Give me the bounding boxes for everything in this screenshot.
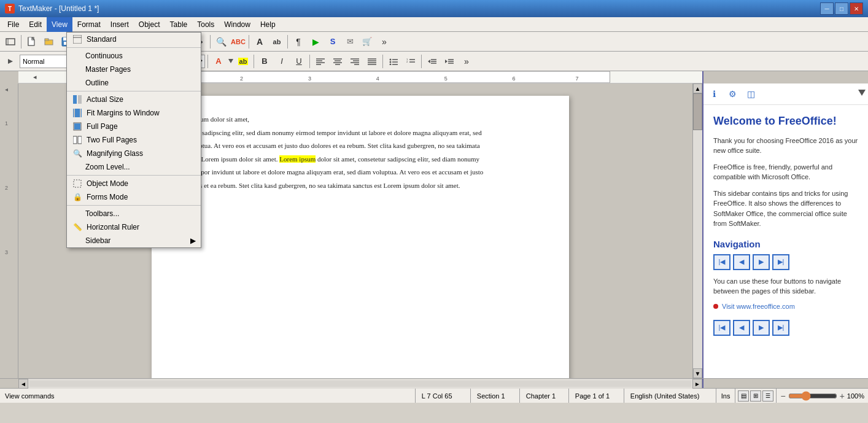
font-color-button[interactable]: A bbox=[211, 54, 227, 69]
visit-link[interactable]: Visit www.freeoffice.com bbox=[722, 303, 795, 310]
bold-button[interactable]: B bbox=[257, 54, 273, 69]
menu-item-sidebar[interactable]: Sidebar ▶ bbox=[67, 234, 201, 247]
nav-next-button[interactable]: ▶ bbox=[753, 254, 770, 270]
menu-item-two-full-pages[interactable]: Two Full Pages bbox=[67, 133, 201, 147]
sidebar-info-button[interactable]: ℹ bbox=[706, 86, 722, 102]
scroll-up-button[interactable]: ▲ bbox=[693, 83, 702, 93]
menu-item-standard[interactable]: Standard bbox=[67, 33, 201, 46]
nav-first-button[interactable]: |◀ bbox=[713, 254, 730, 270]
menu-item-zoom-level[interactable]: Zoom Level... bbox=[67, 160, 201, 174]
spell-check-button[interactable]: ABC bbox=[230, 34, 246, 50]
horizontal-scrollbar[interactable]: ◄ ► bbox=[18, 379, 702, 389]
collapse-arrow[interactable]: ◂ bbox=[5, 86, 8, 93]
numbered-list-button[interactable]: 1.2. bbox=[403, 54, 419, 69]
view-grid-icon[interactable]: ⊞ bbox=[750, 390, 761, 402]
app-title: TextMaker - [Untitled 1 *] bbox=[18, 4, 820, 13]
sidebar-nav2-first[interactable]: |◀ bbox=[713, 320, 730, 336]
zoom-slider[interactable] bbox=[788, 391, 837, 401]
app-icon: T bbox=[5, 4, 15, 14]
scroll-down-button[interactable]: ▼ bbox=[693, 368, 702, 378]
zoom-increase-icon[interactable]: + bbox=[840, 391, 845, 401]
style-arrow-button[interactable] bbox=[2, 53, 18, 69]
menu-item-actual-size[interactable]: Actual Size bbox=[67, 93, 201, 106]
menu-item-fit-margins[interactable]: Fit Margins to Window bbox=[67, 106, 201, 120]
menu-file[interactable]: File bbox=[2, 17, 24, 32]
more-format-button[interactable]: » bbox=[459, 53, 475, 69]
menu-help[interactable]: Help bbox=[255, 17, 281, 32]
softmaker-button[interactable]: S bbox=[325, 34, 341, 50]
svg-rect-71 bbox=[74, 180, 81, 187]
scroll-left-button[interactable]: ◄ bbox=[18, 379, 28, 389]
menu-item-horizontal-ruler[interactable]: 📏 Horizontal Ruler bbox=[67, 220, 201, 234]
full-page-icon bbox=[72, 122, 83, 131]
align-left-button[interactable] bbox=[312, 54, 328, 69]
menu-tools[interactable]: Tools bbox=[192, 17, 219, 32]
format-text-button[interactable]: A bbox=[252, 34, 268, 50]
menu-insert[interactable]: Insert bbox=[106, 17, 134, 32]
sidebar-content: Welcome to FreeOffice! Thank you for cho… bbox=[703, 105, 868, 378]
menu-window[interactable]: Window bbox=[219, 17, 255, 32]
new-button[interactable] bbox=[24, 34, 40, 50]
sidebar-dropdown-arrow[interactable] bbox=[858, 90, 866, 97]
menu-format[interactable]: Format bbox=[72, 17, 106, 32]
menu-table[interactable]: Table bbox=[165, 17, 193, 32]
menu-edit[interactable]: Edit bbox=[24, 17, 47, 32]
minimize-button[interactable]: ─ bbox=[820, 2, 834, 15]
underline-button[interactable]: U bbox=[291, 54, 307, 69]
paragraph-marks-button[interactable]: ¶ bbox=[290, 34, 306, 50]
sidebar-nav2-last[interactable]: ▶| bbox=[772, 320, 789, 336]
view-outline-icon[interactable]: ☰ bbox=[762, 390, 773, 402]
bullet-list-button[interactable] bbox=[386, 54, 401, 69]
svg-rect-65 bbox=[74, 109, 75, 117]
extra-button1[interactable]: ✉ bbox=[342, 34, 358, 50]
menu-view[interactable]: View bbox=[47, 17, 72, 32]
highlight-button[interactable]: ab bbox=[235, 54, 251, 69]
menu-item-master-pages[interactable]: Master Pages bbox=[67, 63, 201, 76]
menu-item-toolbars[interactable]: Toolbars... bbox=[67, 207, 201, 220]
menu-item-full-page[interactable]: Full Page bbox=[67, 120, 201, 133]
text-highlight-button[interactable]: ab bbox=[269, 34, 285, 50]
two-pages-icon bbox=[72, 136, 83, 144]
menu-item-continuous[interactable]: Continuous bbox=[67, 49, 201, 63]
close-button[interactable]: ✕ bbox=[850, 2, 863, 15]
align-right-button[interactable] bbox=[347, 54, 363, 69]
scroll-thumb[interactable] bbox=[693, 93, 702, 130]
sidebar-panel-button[interactable]: ◫ bbox=[743, 86, 759, 102]
zoom-decrease-icon[interactable]: − bbox=[780, 391, 785, 401]
svg-rect-66 bbox=[80, 109, 81, 117]
menu-item-magnifying-glass[interactable]: 🔍 Magnifying Glass bbox=[67, 147, 201, 160]
sidebar-nav-buttons: |◀ ◀ ▶ ▶| bbox=[713, 254, 858, 270]
start-button[interactable]: ▶ bbox=[308, 34, 324, 50]
increase-indent-button[interactable] bbox=[441, 54, 457, 69]
more-button[interactable]: » bbox=[376, 34, 392, 50]
sidebar-settings-button[interactable]: ⚙ bbox=[724, 86, 740, 102]
status-text: View commands bbox=[0, 389, 416, 403]
right-sidebar: ℹ ⚙ ◫ Welcome to FreeOffice! Thank you f… bbox=[702, 83, 868, 378]
menu-item-forms-mode[interactable]: 🔒 Forms Mode bbox=[67, 190, 201, 204]
menu-item-object-mode[interactable]: Object Mode bbox=[67, 177, 201, 190]
doc-text-6: od tempor invidunt ut labore et dolore m… bbox=[182, 167, 538, 178]
scroll-right-button[interactable]: ► bbox=[692, 379, 702, 389]
sidebar-nav2-prev[interactable]: ◀ bbox=[733, 320, 750, 336]
open-button[interactable] bbox=[41, 34, 57, 50]
object-mode-icon bbox=[72, 179, 83, 188]
maximize-button[interactable]: □ bbox=[835, 2, 848, 15]
nav-last-button[interactable]: ▶| bbox=[772, 254, 789, 270]
svg-point-32 bbox=[390, 58, 392, 60]
view-normal-icon[interactable]: ▤ bbox=[738, 390, 749, 402]
menu-object[interactable]: Object bbox=[134, 17, 165, 32]
extra-button2[interactable]: 🛒 bbox=[359, 34, 375, 50]
sidebar-nav2-next[interactable]: ▶ bbox=[753, 320, 770, 336]
align-center-button[interactable] bbox=[330, 54, 346, 69]
justify-button[interactable] bbox=[364, 54, 380, 69]
status-insert-mode: Ins bbox=[716, 389, 736, 403]
italic-button[interactable]: I bbox=[274, 54, 290, 69]
menu-item-outline[interactable]: Outline bbox=[67, 76, 201, 90]
font-color-arrow[interactable] bbox=[228, 53, 234, 69]
sidebar-nav-title: Navigation bbox=[713, 239, 858, 249]
vertical-scrollbar[interactable]: ▲ ▼ bbox=[692, 83, 702, 378]
find-button[interactable]: 🔍 bbox=[213, 34, 229, 50]
decrease-indent-button[interactable] bbox=[424, 54, 440, 69]
nav-prev-button[interactable]: ◀ bbox=[733, 254, 750, 270]
menu-separator-1 bbox=[67, 47, 201, 48]
